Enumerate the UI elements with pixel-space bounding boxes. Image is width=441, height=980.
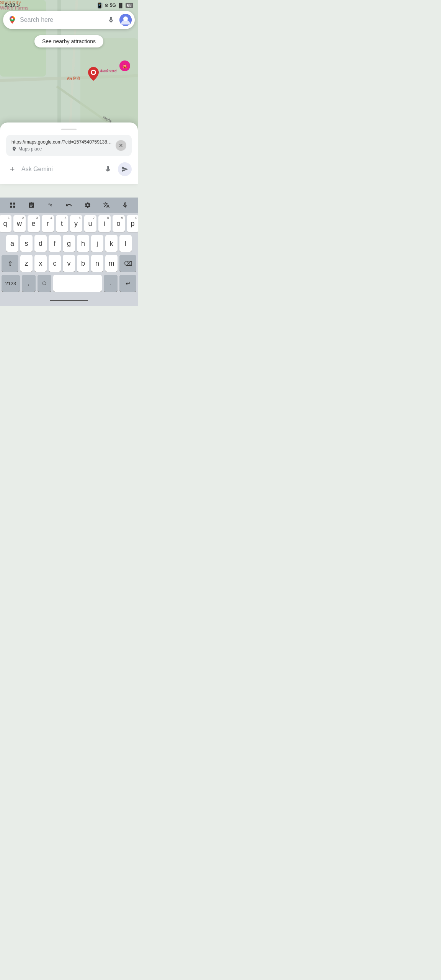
keyboard-clipboard-button[interactable]	[24, 200, 39, 211]
search-bar[interactable]: Search here	[3, 11, 135, 29]
home-indicator[interactable]	[50, 300, 88, 301]
key-e[interactable]: 3e	[28, 215, 40, 232]
key-numbers[interactable]: ?123	[2, 275, 20, 292]
google-maps-logo	[8, 15, 17, 24]
key-backspace[interactable]: ⌫	[119, 255, 136, 272]
key-t[interactable]: 5t	[56, 215, 68, 232]
key-enter[interactable]: ↵	[119, 275, 136, 292]
url-info: https://maps.google.com/?cid=15745407591…	[11, 139, 112, 152]
nearby-attractions-pill[interactable]: See nearby attractions	[34, 35, 103, 47]
key-i[interactable]: 8i	[98, 215, 111, 232]
key-m[interactable]: m	[105, 255, 118, 272]
keyboard-rows: 1q 2w 3e 4r 5t 6y 7u 8i 9o 0p a s d f g …	[0, 213, 138, 292]
key-z[interactable]: z	[20, 255, 33, 272]
svg-rect-6	[13, 203, 15, 204]
ask-gemini-input[interactable]	[21, 166, 98, 173]
key-o[interactable]: 9o	[113, 215, 125, 232]
status-time: 5:02	[5, 2, 15, 8]
keyboard-translate-button[interactable]	[99, 200, 114, 211]
keyboard-row-2: a s d f g h j k l	[2, 235, 136, 252]
key-u[interactable]: 7u	[84, 215, 96, 232]
key-space[interactable]	[53, 275, 102, 292]
svg-point-2	[11, 18, 13, 20]
key-k[interactable]: k	[105, 235, 118, 252]
url-sub: Maps place	[11, 146, 112, 152]
search-mic-button[interactable]	[104, 13, 118, 27]
map-pin[interactable]	[88, 67, 99, 82]
sheet-handle	[61, 129, 77, 130]
svg-rect-5	[10, 203, 12, 204]
vibrate-icon: 📳	[96, 2, 103, 8]
status-icons: 📳 ⊙ 5G ▐▌ 68	[96, 2, 133, 8]
key-emoji[interactable]: ☺	[38, 275, 51, 292]
keyboard-undo-button[interactable]	[61, 200, 77, 211]
location-pin-icon	[11, 146, 17, 152]
key-n[interactable]: n	[91, 255, 103, 272]
network-label: 5G	[110, 3, 116, 8]
url-text: https://maps.google.com/?cid=15745407591…	[11, 139, 112, 145]
keyboard-grid-button[interactable]	[5, 200, 20, 211]
nearby-attractions-label: See nearby attractions	[42, 38, 96, 44]
keyboard-row-3: ⇧ z x c v b n m ⌫	[2, 255, 136, 272]
hotspot-icon: ⊙	[105, 3, 108, 8]
key-q[interactable]: 1q	[0, 215, 11, 232]
keyboard-toolbar	[0, 198, 138, 213]
key-g[interactable]: g	[63, 235, 75, 252]
venue-marker[interactable]: 🎪	[119, 60, 130, 71]
key-shift[interactable]: ⇧	[2, 255, 18, 272]
key-f[interactable]: f	[49, 235, 61, 252]
key-y[interactable]: 6y	[70, 215, 82, 232]
key-h[interactable]: h	[77, 235, 89, 252]
svg-rect-8	[13, 206, 15, 208]
svg-point-1	[92, 71, 95, 74]
shell-city-hindi: शेल सिटी	[67, 77, 80, 81]
keyboard: 1q 2w 3e 4r 5t 6y 7u 8i 9o 0p a s d f g …	[0, 198, 138, 306]
url-close-button[interactable]: ✕	[116, 140, 126, 151]
status-cursor: >_	[17, 3, 23, 8]
key-s[interactable]: s	[20, 235, 33, 252]
svg-rect-7	[10, 206, 12, 208]
ask-send-button[interactable]	[118, 162, 132, 176]
keyboard-voice-button[interactable]	[118, 200, 133, 211]
key-comma[interactable]: ,	[22, 275, 36, 292]
key-period[interactable]: .	[104, 275, 118, 292]
key-a[interactable]: a	[6, 235, 18, 252]
bottom-bar	[0, 295, 138, 306]
keyboard-row-1: 1q 2w 3e 4r 5t 6y 7u 8i 9o 0p	[2, 215, 136, 232]
ask-row: +	[6, 161, 132, 178]
key-v[interactable]: v	[63, 255, 75, 272]
keyboard-settings-button[interactable]	[80, 200, 95, 211]
user-avatar[interactable]	[119, 14, 132, 26]
key-c[interactable]: c	[49, 255, 61, 272]
key-b[interactable]: b	[77, 255, 89, 272]
key-w[interactable]: 2w	[13, 215, 26, 232]
url-card: https://maps.google.com/?cid=15745407591…	[6, 135, 132, 156]
key-j[interactable]: j	[91, 235, 103, 252]
key-l[interactable]: l	[119, 235, 132, 252]
ask-mic-button[interactable]	[101, 162, 115, 176]
gemini-sheet: https://maps.google.com/?cid=15745407591…	[0, 122, 138, 184]
welco-farms-hindi: वेलको फार्म्स	[100, 69, 117, 74]
url-sub-label: Maps place	[18, 146, 42, 152]
keyboard-cursor-button[interactable]	[42, 200, 58, 211]
key-d[interactable]: d	[34, 235, 47, 252]
signal-icon: ▐▌	[118, 3, 124, 8]
battery-label: 68	[126, 3, 133, 8]
key-r[interactable]: 4r	[42, 215, 54, 232]
keyboard-row-4: ?123 , ☺ . ↵	[2, 275, 136, 292]
status-bar: 5:02 >_ 📳 ⊙ 5G ▐▌ 68	[0, 0, 138, 11]
key-p[interactable]: 0p	[127, 215, 138, 232]
search-placeholder: Search here	[20, 16, 104, 23]
ask-plus-button[interactable]: +	[6, 163, 18, 175]
key-x[interactable]: x	[34, 255, 47, 272]
